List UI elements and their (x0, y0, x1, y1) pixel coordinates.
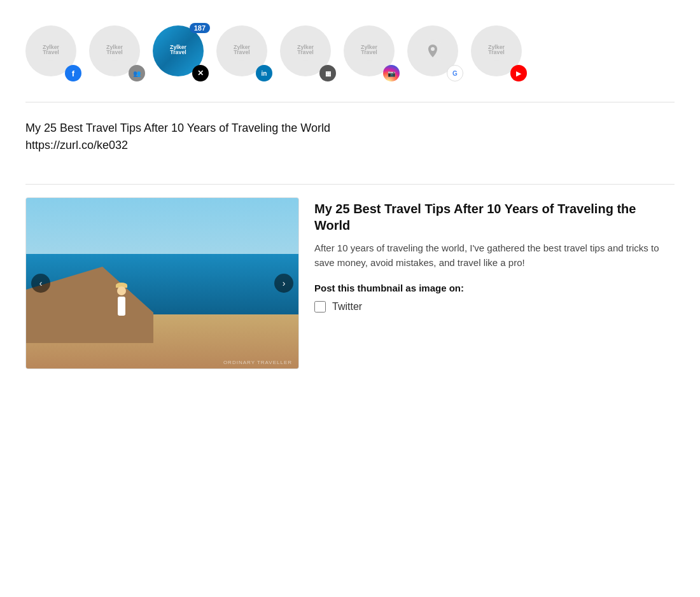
instagram-badge: 📷 (383, 65, 400, 81)
preview-info: My 25 Best Travel Tips After 10 Years of… (314, 197, 675, 313)
prev-image-button[interactable]: ‹ (31, 274, 50, 293)
social-item-sheets[interactable]: Zylker Travel ▦ (280, 25, 337, 83)
twitter-thumbnail-checkbox[interactable] (314, 301, 326, 313)
youtube-badge: ▶ (510, 65, 527, 81)
palm-icon-youtube: Zylker Travel (486, 41, 507, 61)
palm-icon-linkedin: Zylker Travel (232, 41, 252, 61)
google-location-icon (421, 39, 444, 62)
palm-icon-sheets: Zylker Travel (295, 41, 316, 61)
post-title: My 25 Best Travel Tips After 10 Years of… (25, 122, 675, 135)
social-item-instagram[interactable]: Zylker Travel 📷 (344, 25, 401, 83)
main-container: Zylker Travel f Zylker Travel 👥 (0, 0, 700, 388)
svg-text:Travel: Travel (297, 49, 313, 55)
social-icons-row: Zylker Travel f Zylker Travel 👥 (25, 19, 675, 95)
team-badge: 👥 (129, 65, 145, 81)
svg-point-19 (431, 47, 435, 51)
post-content-area: My 25 Best Travel Tips After 10 Years of… (25, 115, 675, 165)
svg-text:Travel: Travel (106, 49, 122, 55)
twitter-checkbox-row: Twitter (314, 301, 675, 313)
person-body (118, 297, 125, 316)
twitter-checkbox-label[interactable]: Twitter (332, 301, 362, 313)
sheets-badge: ▦ (319, 65, 336, 81)
social-item-google[interactable]: G (407, 25, 465, 83)
divider-top (25, 102, 675, 102)
palm-icon-team: Zylker Travel (104, 41, 125, 61)
social-item-team[interactable]: Zylker Travel 👥 (89, 25, 146, 83)
preview-image-container: ORDINARY TRAVELLER ‹ › (25, 197, 299, 369)
twitter-notification-badge: 187 (190, 23, 210, 33)
preview-card-description: After 10 years of traveling the world, I… (314, 241, 675, 270)
next-image-button[interactable]: › (274, 274, 293, 293)
svg-text:Travel: Travel (488, 49, 504, 55)
twitter-x-badge: ✕ (192, 65, 209, 81)
svg-text:Travel: Travel (43, 49, 59, 55)
watermark: ORDINARY TRAVELLER (223, 360, 292, 365)
preview-person (115, 283, 128, 314)
facebook-badge: f (65, 65, 81, 81)
google-badge: G (447, 65, 463, 81)
preview-card-title: My 25 Best Travel Tips After 10 Years of… (314, 200, 675, 234)
social-item-linkedin[interactable]: Zylker Travel in (216, 25, 274, 83)
palm-icon-instagram: Zylker Travel (359, 41, 379, 61)
linkedin-badge: in (256, 65, 272, 81)
palm-icon-twitter: Zylker Travel (168, 41, 188, 61)
person-head (117, 286, 126, 295)
svg-text:Travel: Travel (361, 49, 377, 55)
social-item-twitter[interactable]: 187 Zylker Travel ✕ (153, 25, 210, 83)
social-item-youtube[interactable]: Zylker Travel ▶ (471, 25, 528, 83)
svg-text:Travel: Travel (234, 49, 249, 55)
svg-text:Travel: Travel (170, 49, 186, 55)
post-url: https://zurl.co/ke032 (25, 139, 675, 152)
social-item-facebook[interactable]: Zylker Travel f (25, 25, 83, 83)
divider-bottom (25, 184, 675, 185)
preview-card: ORDINARY TRAVELLER ‹ › My 25 Best Travel… (25, 197, 675, 369)
post-thumbnail-label: Post this thumbnail as image on: (314, 283, 675, 293)
palm-icon-facebook: Zylker Travel (41, 41, 61, 61)
